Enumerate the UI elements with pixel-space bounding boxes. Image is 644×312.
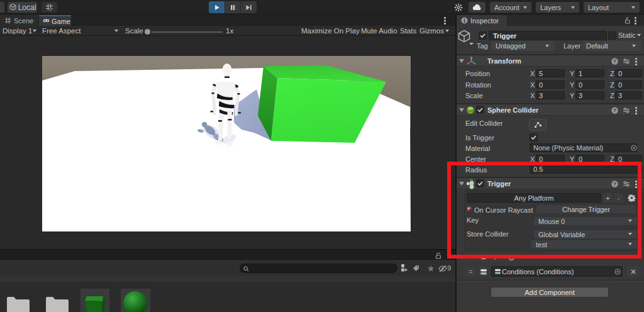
svg-text:?: ?	[613, 58, 616, 64]
svg-text:?: ?	[613, 108, 616, 113]
